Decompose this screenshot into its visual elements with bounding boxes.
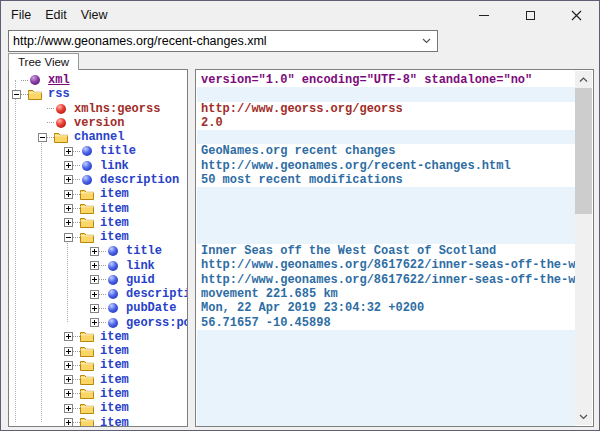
expander-plus-icon[interactable] — [90, 247, 99, 256]
tree-node-item[interactable]: item — [10, 358, 186, 372]
tree-connector-line — [73, 208, 80, 209]
tree-node-link[interactable]: link — [10, 159, 186, 173]
tree-node-version[interactable]: version — [10, 116, 186, 130]
close-button[interactable] — [553, 1, 599, 29]
url-input[interactable]: http://www.geonames.org/recent-changes.x… — [9, 34, 415, 48]
expander-plus-icon[interactable] — [64, 161, 73, 170]
value-row — [197, 87, 575, 101]
expander-plus-icon[interactable] — [64, 147, 73, 156]
expander-plus-icon[interactable] — [90, 261, 99, 270]
menu-view[interactable]: View — [74, 8, 115, 22]
combo-dropdown-button[interactable] — [415, 31, 437, 51]
menu-file[interactable]: File — [4, 8, 38, 22]
tree-node-item[interactable]: item — [10, 230, 186, 244]
tree-node-pubDate[interactable]: pubDate — [10, 301, 186, 315]
maximize-button[interactable] — [507, 1, 553, 29]
tree-connector-line — [99, 279, 106, 280]
tree-node-rss[interactable]: rss — [10, 87, 186, 101]
tree-node-label: link — [126, 259, 155, 273]
url-combobox[interactable]: http://www.geonames.org/recent-changes.x… — [8, 30, 438, 52]
expander-plus-icon[interactable] — [64, 418, 73, 427]
tree-node-description[interactable]: description — [10, 173, 186, 187]
xml-declaration-icon — [28, 74, 42, 86]
tree-node-item[interactable]: item — [10, 216, 186, 230]
expander-plus-icon[interactable] — [64, 347, 73, 356]
folder-icon — [80, 203, 94, 215]
menu-edit[interactable]: Edit — [38, 8, 74, 22]
tree-connector-line — [73, 165, 80, 166]
tree-node-xml[interactable]: xml — [10, 73, 186, 87]
tree-node-item[interactable]: item — [10, 344, 186, 358]
expander-plus-icon[interactable] — [90, 318, 99, 327]
value-scrollbar[interactable] — [575, 71, 592, 425]
tree-node-item[interactable]: item — [10, 201, 186, 215]
tree-node-georss:point[interactable]: georss:point — [10, 316, 186, 330]
expander-plus-icon[interactable] — [64, 204, 73, 213]
element-icon — [106, 288, 120, 300]
tree-node-title[interactable]: title — [10, 244, 186, 258]
expander-minus-icon[interactable] — [64, 233, 73, 242]
folder-icon — [80, 217, 94, 229]
tree-node-label: item — [100, 358, 129, 372]
tree-node-label: item — [100, 401, 129, 415]
tree-node-label: item — [100, 344, 129, 358]
tree-node-xmlns:georss[interactable]: xmlns:georss — [10, 102, 186, 116]
expander-plus-icon[interactable] — [90, 304, 99, 313]
expander-minus-icon[interactable] — [38, 133, 47, 142]
tree-node-item[interactable]: item — [10, 401, 186, 415]
tree-node-item[interactable]: item — [10, 387, 186, 401]
tree-node-title[interactable]: title — [10, 144, 186, 158]
element-icon — [106, 274, 120, 286]
tree-connector-line — [73, 194, 80, 195]
expander-plus-icon[interactable] — [64, 218, 73, 227]
expander-plus-icon[interactable] — [64, 190, 73, 199]
tree-node-label: item — [100, 387, 129, 401]
expander-plus-icon[interactable] — [64, 175, 73, 184]
tree-node-item[interactable]: item — [10, 415, 186, 427]
window-controls — [461, 1, 599, 29]
value-row: http://www.georss.org/georss — [197, 102, 575, 116]
scroll-down-icon — [579, 414, 588, 420]
tree-node-label: description — [126, 287, 188, 301]
tree-node-label: item — [100, 187, 129, 201]
tree-node-label: xmlns:georss — [74, 102, 160, 116]
value-row: movement 221.685 km — [197, 287, 575, 301]
tree-node-link[interactable]: link — [10, 258, 186, 272]
expander-plus-icon[interactable] — [90, 275, 99, 284]
tree-connector-line — [73, 379, 80, 380]
tree-connector-line — [99, 265, 106, 266]
tab-tree-view[interactable]: Tree View — [8, 53, 79, 70]
expander-plus-icon[interactable] — [64, 404, 73, 413]
tree-connector-line — [73, 179, 80, 180]
tree-node-item[interactable]: item — [10, 187, 186, 201]
expander-plus-icon[interactable] — [64, 332, 73, 341]
minimize-button[interactable] — [461, 1, 507, 29]
value-row — [197, 415, 575, 427]
folder-icon — [80, 402, 94, 414]
tree-connector-line — [21, 94, 28, 95]
maximize-icon — [526, 11, 535, 20]
value-row: 50 most recent modifications — [197, 173, 575, 187]
tree-node-description[interactable]: description — [10, 287, 186, 301]
tree-node-item[interactable]: item — [10, 330, 186, 344]
scroll-up-icon — [579, 77, 588, 83]
folder-icon — [80, 188, 94, 200]
scroll-up-button[interactable] — [575, 71, 592, 88]
folder-icon — [80, 359, 94, 371]
scrollbar-thumb[interactable] — [575, 88, 592, 214]
expander-plus-icon[interactable] — [64, 361, 73, 370]
tree-node-guid[interactable]: guid — [10, 273, 186, 287]
folder-icon — [28, 88, 42, 100]
tree-node-channel[interactable]: channel — [10, 130, 186, 144]
tree-node-label: title — [100, 144, 136, 158]
expander-minus-icon[interactable] — [12, 90, 21, 99]
element-icon — [80, 145, 94, 157]
expander-plus-icon[interactable] — [64, 375, 73, 384]
scroll-down-button[interactable] — [575, 408, 592, 425]
expander-plus-icon[interactable] — [64, 389, 73, 398]
value-row: Inner Seas off the West Coast of Scotlan… — [197, 244, 575, 258]
expander-plus-icon[interactable] — [90, 290, 99, 299]
folder-icon — [54, 131, 68, 143]
value-row — [197, 387, 575, 401]
tree-node-item[interactable]: item — [10, 373, 186, 387]
